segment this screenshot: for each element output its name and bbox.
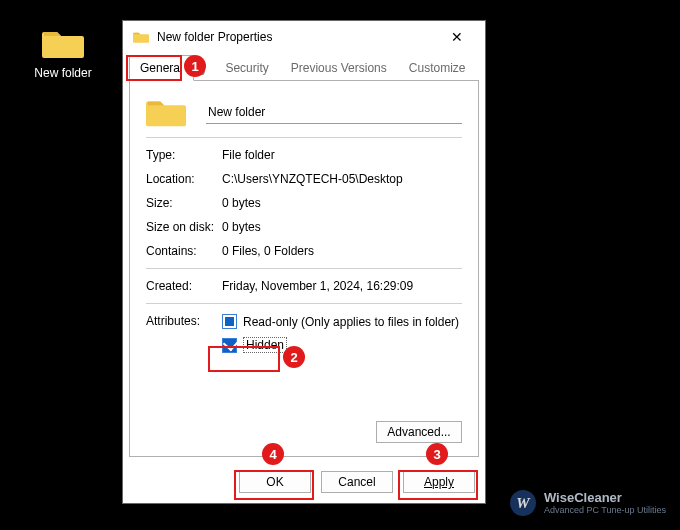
hidden-label: Hidden (243, 337, 287, 353)
sizeondisk-value: 0 bytes (222, 220, 462, 234)
tab-customize[interactable]: Customize (398, 55, 477, 81)
hidden-checkbox[interactable] (222, 338, 237, 353)
folder-icon (42, 26, 84, 60)
contains-value: 0 Files, 0 Folders (222, 244, 462, 258)
separator (146, 303, 462, 304)
size-label: Size: (146, 196, 222, 210)
tab-sharing-partial[interactable]: g (194, 55, 215, 81)
dialog-button-bar: OK Cancel Apply (123, 463, 485, 503)
titlebar[interactable]: New folder Properties ✕ (123, 21, 485, 53)
location-value: C:\Users\YNZQTECH-05\Desktop (222, 172, 462, 186)
type-value: File folder (222, 148, 462, 162)
folder-icon (133, 30, 149, 44)
general-panel: Type:File folder Location:C:\Users\YNZQT… (129, 80, 479, 457)
sizeondisk-label: Size on disk: (146, 220, 222, 234)
watermark-logo: W (510, 490, 536, 516)
cancel-button[interactable]: Cancel (321, 471, 393, 493)
tab-strip: General g Security Previous Versions Cus… (123, 55, 485, 81)
watermark: W WiseCleaner Advanced PC Tune-up Utilit… (510, 490, 666, 516)
apply-button[interactable]: Apply (403, 471, 475, 493)
desktop-folder[interactable]: New folder (28, 26, 98, 80)
tab-general[interactable]: General (129, 55, 194, 81)
desktop-folder-label: New folder (28, 66, 98, 80)
location-label: Location: (146, 172, 222, 186)
dialog-title: New folder Properties (157, 30, 437, 44)
advanced-button[interactable]: Advanced... (376, 421, 462, 443)
ok-button[interactable]: OK (239, 471, 311, 493)
watermark-line1: WiseCleaner (544, 491, 666, 504)
watermark-line2: Advanced PC Tune-up Utilities (544, 506, 666, 515)
created-value: Friday, November 1, 2024, 16:29:09 (222, 279, 462, 293)
tab-previous-versions[interactable]: Previous Versions (280, 55, 398, 81)
type-label: Type: (146, 148, 222, 162)
created-label: Created: (146, 279, 222, 293)
close-icon[interactable]: ✕ (437, 22, 477, 52)
attributes-label: Attributes: (146, 314, 222, 361)
readonly-label: Read-only (Only applies to files in fold… (243, 315, 459, 329)
folder-name-input[interactable] (206, 101, 462, 124)
readonly-checkbox[interactable] (222, 314, 237, 329)
separator (146, 268, 462, 269)
properties-dialog: New folder Properties ✕ General g Securi… (122, 20, 486, 504)
contains-label: Contains: (146, 244, 222, 258)
folder-icon (146, 95, 186, 129)
separator (146, 137, 462, 138)
size-value: 0 bytes (222, 196, 462, 210)
tab-security[interactable]: Security (214, 55, 279, 81)
